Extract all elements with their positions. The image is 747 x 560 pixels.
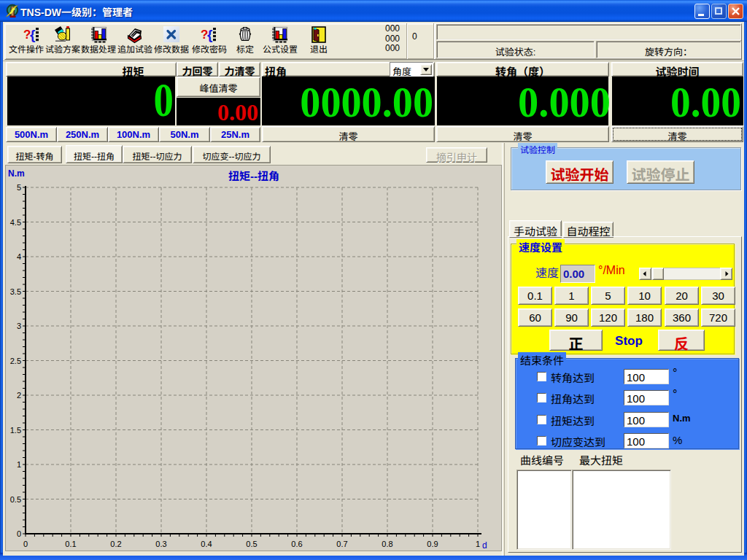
svg-text:0.2: 0.2 (110, 540, 121, 548)
svg-text:1: 1 (476, 540, 480, 548)
svg-text:3: 3 (17, 322, 21, 330)
svg-text:1: 1 (17, 460, 21, 469)
svg-text:0.5: 0.5 (246, 540, 257, 548)
svg-text:0.5: 0.5 (10, 495, 21, 504)
svg-text:0.6: 0.6 (291, 540, 302, 548)
svg-text:0.7: 0.7 (336, 540, 347, 548)
svg-text:2.5: 2.5 (10, 357, 21, 365)
svg-text:0.1: 0.1 (65, 540, 76, 548)
svg-text:2: 2 (17, 391, 21, 400)
svg-text:1.5: 1.5 (10, 426, 21, 435)
svg-text:{: { (207, 27, 212, 42)
svg-text:0.4: 0.4 (201, 540, 212, 548)
svg-text:3.5: 3.5 (10, 287, 21, 296)
svg-text:4: 4 (17, 252, 21, 261)
svg-text:{: { (30, 27, 35, 42)
svg-text:5: 5 (17, 183, 21, 192)
svg-text:0.3: 0.3 (155, 540, 166, 548)
svg-text:0: 0 (17, 529, 21, 538)
svg-text:0.8: 0.8 (382, 540, 392, 548)
svg-text:4.5: 4.5 (10, 218, 21, 227)
svg-text:0.9: 0.9 (427, 540, 438, 548)
svg-text:0: 0 (23, 540, 28, 548)
